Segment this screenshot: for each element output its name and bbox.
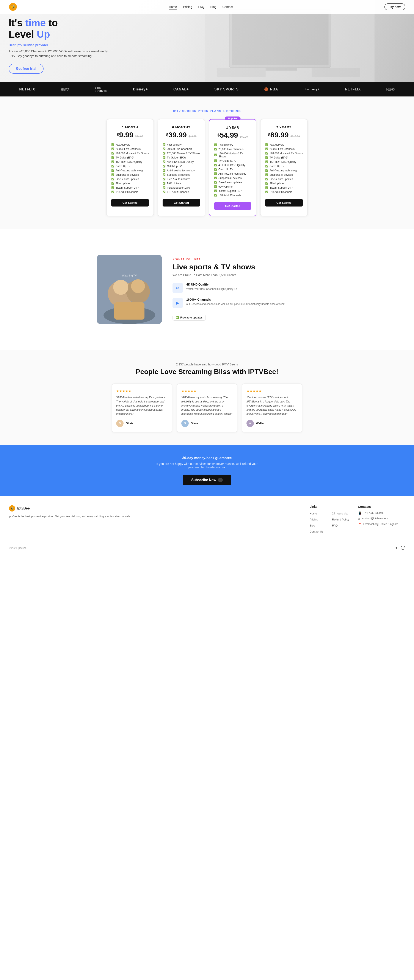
svg-rect-6 [217, 68, 265, 77]
features-subtitle: We Are Proud To Host More Than 2,550 Cli… [173, 273, 317, 277]
testimonial-olivia: ★★★★★ "IPTVBee has redefined my TV exper… [112, 383, 172, 433]
feature-text-channels: 16000+ Channels our Services and channel… [186, 298, 285, 306]
footer-link-faq: FAQ [332, 523, 349, 527]
reviewer-steve: S Steve [181, 420, 233, 427]
brand-hbo1: HBO [61, 88, 69, 91]
brand-discovery: discovery+ [304, 88, 319, 91]
hero-subtitle: Best iptv service provider [9, 43, 112, 47]
testimonial-text-steve: "IPTVBee is my go-to for streaming. The … [181, 396, 233, 416]
telegram-icon[interactable]: ✈ [395, 546, 398, 550]
feature-icon-channels: ▶ [173, 298, 183, 308]
circle-arrow-icon: → [218, 477, 223, 482]
navbar: 🐝 Home Pricing FAQ Blog Contact Try now [0, 0, 414, 14]
svg-rect-7 [312, 68, 360, 77]
footer-social: ✈ 💬 [395, 546, 405, 550]
footer-link-trial: 24 hours trial [332, 511, 349, 515]
testimonials-title: People Love Streaming Bliss with IPTVBee… [9, 368, 405, 376]
svg-text:Watching TV: Watching TV [122, 274, 137, 277]
nav-links: Home Pricing FAQ Blog Contact [169, 5, 233, 9]
testimonial-steve: ★★★★★ "IPTVBee is my go-to for streaming… [177, 383, 237, 433]
features-image-inner: Watching TV [97, 255, 162, 324]
nav-blog[interactable]: Blog [210, 5, 216, 9]
nav-try-button[interactable]: Try now [384, 3, 405, 10]
footer-brand-desc: IptvBee is the best iptv service provide… [9, 514, 301, 519]
plan-btn-1month[interactable]: Get Started [111, 199, 149, 207]
footer-copyright: © 2021 IptvBee [9, 547, 27, 550]
email-icon: ✉ [358, 517, 361, 520]
footer-link-contact: Contact Us [309, 530, 323, 533]
features-text-content: # WHAT YOU GET Live sports & TV shows We… [173, 258, 317, 321]
brands-bar: NETFLIX HBO beINSPORTS Disney+ CANAL+ SK… [0, 82, 414, 97]
footer-link-home: Home [309, 511, 323, 515]
hero-description: Access +20,000 Channels & 120,000 VODs w… [9, 49, 112, 59]
svg-text:🐝: 🐝 [10, 507, 14, 510]
footer-link-blog: Blog [309, 523, 323, 527]
plan-features-6months: Fast delivery 20,000 Live Channels 120,0… [163, 143, 200, 194]
plan-btn-2years[interactable]: Get Started [265, 199, 303, 207]
pricing-label: IPTV SUBSCRIPTION PLANS & PRICING [9, 110, 405, 113]
features-tag: # WHAT YOU GET [173, 258, 317, 261]
features-title: Live sports & TV shows [173, 263, 317, 271]
pricing-section: IPTV SUBSCRIPTION PLANS & PRICING 1 MONT… [0, 97, 414, 229]
nav-home[interactable]: Home [169, 5, 177, 10]
plan-price-6months: $39.99 $49.99 [163, 131, 200, 139]
footer-logo: 🐝 IptvBee [9, 505, 301, 512]
plan-price-2years: $89.99 $119.99 [265, 131, 303, 139]
plan-features-1year: Fast delivery 20,000 Live Channels 120,0… [214, 143, 251, 197]
footer-links-col2: 24 hours trial Refund Policy FAQ [332, 511, 349, 536]
pricing-card-6months: 6 MONTHS $39.99 $49.99 Fast delivery 20,… [158, 119, 205, 216]
svg-text:🐝: 🐝 [11, 5, 15, 9]
footer-links-title: Links [309, 505, 349, 508]
footer-bottom: © 2021 IptvBee ✈ 💬 [9, 542, 405, 550]
hero-title: It's time to Level Up [9, 17, 112, 40]
svg-rect-5 [263, 68, 297, 70]
testimonials-count: 2,157 people have said how good IPTV Bee… [9, 363, 405, 366]
pricing-card-1year: Popular 1 YEAR $54.99 $69.99 Fast delive… [209, 119, 256, 216]
testimonials-grid: ★★★★★ "IPTVBee has redefined my TV exper… [9, 383, 405, 433]
reviewer-olivia: O Olivia [116, 420, 168, 427]
nav-pricing[interactable]: Pricing [183, 5, 192, 9]
footer-contacts: Contacts 📱 +44 7939 832968 ✉ contact@ipt… [358, 505, 405, 536]
brand-canal: CANAL+ [173, 88, 189, 91]
feature-text-4k: 4K UHD Quality Watch Your Best Channel I… [186, 283, 237, 291]
footer-link-pricing: Pricing [309, 517, 323, 521]
footer-logo-icon: 🐝 [9, 505, 16, 512]
stars-walter: ★★★★★ [246, 389, 298, 393]
brand-disney: Disney+ [133, 88, 148, 91]
plan-price-1year: $54.99 $69.99 [214, 131, 251, 139]
whatsapp-icon[interactable]: 💬 [401, 546, 405, 550]
logo-icon: 🐝 [9, 3, 17, 11]
phone-icon: 📱 [358, 511, 361, 515]
free-updates-badge: ✅ Free auto updates [173, 315, 206, 321]
feature-icon-4k: 4K [173, 283, 183, 293]
contact-phone: 📱 +44 7939 832968 [358, 511, 405, 515]
plan-features-2years: Fast delivery 20,000 Live Channels 120,0… [265, 143, 303, 194]
footer-contacts-title: Contacts [358, 505, 405, 508]
features-illustration: Watching TV [97, 255, 162, 324]
footer-links-columns: Home Pricing Blog Contact Us 24 hours tr… [309, 511, 349, 536]
nav-faq[interactable]: FAQ [198, 5, 204, 9]
plan-name-1year: 1 YEAR [214, 126, 251, 129]
nav-contact[interactable]: Contact [222, 5, 233, 9]
pricing-card-2years: 2 YEARS $89.99 $119.99 Fast delivery 20,… [260, 119, 308, 216]
features-content-wrapper: Watching TV # WHAT YOU GET Live sports &… [88, 242, 326, 337]
svg-rect-12 [114, 302, 144, 320]
footer-links: Links Home Pricing Blog Contact Us 24 ho… [309, 505, 349, 536]
testimonials-section: 2,157 people have said how good IPTV Bee… [0, 350, 414, 445]
svg-rect-4 [232, 12, 329, 65]
brand-bein: beINSPORTS [95, 86, 107, 92]
brand-netflix1: NETFLIX [19, 88, 35, 91]
plan-btn-1year[interactable]: Get Started [214, 202, 251, 210]
feature-item-4k: 4K 4K UHD Quality Watch Your Best Channe… [173, 283, 317, 293]
hero-content: It's time to Level Up Best iptv service … [9, 17, 112, 74]
stars-steve: ★★★★★ [181, 389, 233, 393]
cta-guarantee-text: 30-day money-back guarantee [9, 456, 405, 460]
plan-btn-6months[interactable]: Get Started [163, 199, 200, 207]
hero-cta-button[interactable]: Get free trial [9, 64, 43, 74]
footer-grid: 🐝 IptvBee IptvBee is the best iptv servi… [9, 505, 405, 536]
cta-banner: 30-day money-back guarantee If you are n… [0, 445, 414, 496]
brand-netflix2: NETFLIX [345, 88, 361, 91]
contact-location: 📍 Liverpool city, United Kingdom [358, 523, 405, 526]
reviewer-name-steve: Steve [191, 422, 198, 425]
subscribe-now-button[interactable]: Subscribe Now → [183, 475, 231, 485]
